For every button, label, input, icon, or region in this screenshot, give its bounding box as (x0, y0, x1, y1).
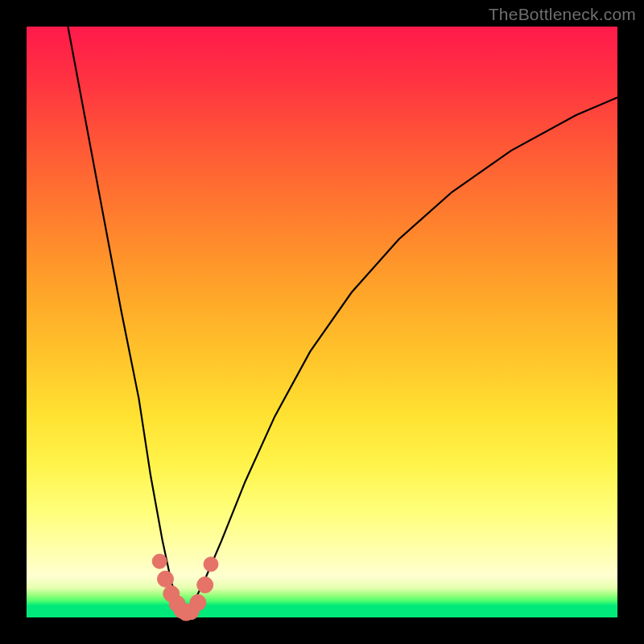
watermark-text: TheBottleneck.com (489, 5, 636, 24)
chart-svg (27, 27, 617, 617)
curve-marker (158, 571, 174, 587)
curve-marker (152, 554, 167, 568)
plot-area (27, 27, 617, 617)
curve-marker (190, 595, 206, 611)
curve-marker (204, 557, 218, 572)
bottleneck-curve-line (68, 27, 617, 614)
curve-marker (197, 577, 213, 593)
outer-frame: TheBottleneck.com (0, 0, 644, 644)
bottleneck-markers-group (152, 554, 218, 621)
